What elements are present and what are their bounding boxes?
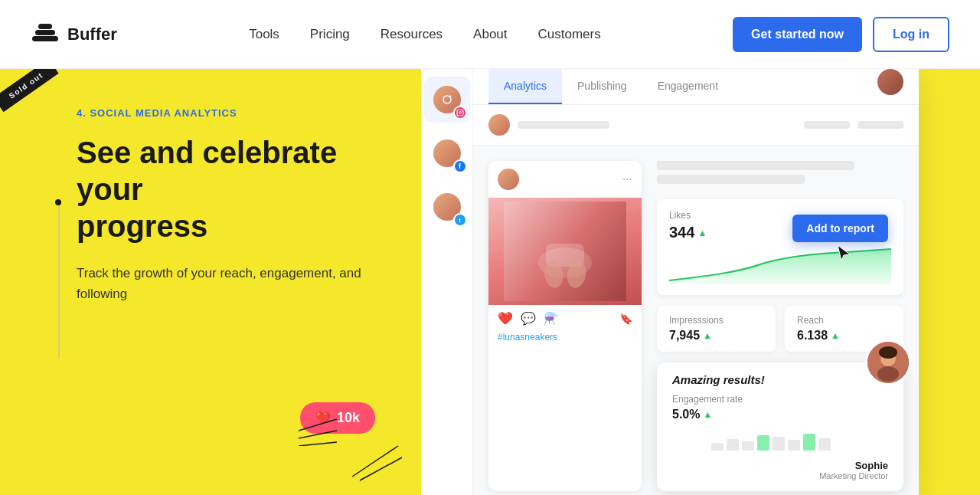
filter-icon[interactable]: ⚗️	[544, 311, 559, 326]
header-user-avatar	[488, 114, 510, 136]
svg-rect-23	[773, 437, 785, 451]
svg-rect-2	[38, 24, 52, 29]
section-label: 4. SOCIAL MEDIA ANALYTICS	[61, 107, 375, 119]
svg-point-10	[449, 96, 451, 97]
nav-customers[interactable]: Customers	[538, 27, 601, 42]
right-panel: f t Analytics Publishing Engagement	[421, 69, 980, 495]
reach-arrow: ▲	[831, 330, 840, 341]
like-icon[interactable]: ❤️	[498, 311, 513, 326]
nav-resources[interactable]: Resources	[381, 27, 443, 42]
svg-point-12	[459, 112, 461, 114]
post-hashtag: #lunasneakers	[488, 332, 642, 350]
svg-rect-24	[788, 440, 800, 451]
nav-pricing[interactable]: Pricing	[310, 27, 350, 42]
nav-about[interactable]: About	[473, 27, 507, 42]
svg-rect-26	[818, 438, 831, 451]
app-sidebar: f t	[421, 69, 473, 495]
tab-engagement[interactable]: Engagement	[642, 69, 733, 104]
main-content: Sold out 4. SOCIAL MEDIA ANALYTICS See a…	[0, 69, 980, 495]
post-actions: ❤️ 💬 ⚗️ 🔖	[488, 305, 642, 332]
amazing-title: Amazing results!	[672, 373, 888, 386]
impressions-card: Impresssions 7,945 ▲	[657, 306, 776, 352]
login-button[interactable]: Log in	[873, 17, 949, 52]
svg-line-3	[299, 419, 337, 431]
svg-point-8	[439, 91, 456, 108]
skeleton-rows	[657, 161, 903, 188]
engagement-arrow: ▲	[703, 409, 712, 420]
likes-card: Likes 344 ▲	[657, 199, 903, 295]
engagement-label: Engagement rate	[672, 394, 888, 405]
svg-rect-22	[757, 435, 769, 451]
get-started-button[interactable]: Get started now	[733, 17, 862, 52]
amazing-card: Amazing results! Engagement rate 5.0% ▲	[657, 362, 903, 491]
deco-dot	[55, 199, 61, 205]
post-user-avatar	[498, 169, 519, 190]
nav-actions: Get started now Log in	[733, 17, 949, 52]
ig-badge	[453, 106, 467, 120]
tw-badge: t	[453, 213, 467, 227]
yellow-bg-extension	[919, 69, 980, 495]
impressions-reach-row: Impresssions 7,945 ▲ Reach 6.138	[657, 306, 903, 352]
post-image-inner	[488, 198, 642, 305]
svg-rect-1	[35, 30, 55, 35]
add-to-report-button[interactable]: Add to report	[792, 215, 888, 242]
buffer-logo-icon	[31, 21, 60, 48]
sold-out-badge: Sold out	[0, 69, 59, 112]
svg-rect-20	[727, 439, 739, 451]
nav-tools[interactable]: Tools	[249, 27, 279, 42]
reach-label: Reach	[797, 315, 891, 326]
logo[interactable]: Buffer	[31, 21, 117, 48]
header-skeleton-2	[804, 121, 850, 129]
app-user-avatar	[877, 69, 903, 95]
header-skeleton-3	[858, 121, 903, 129]
section-description: Track the growth of your reach, engageme…	[61, 263, 375, 304]
tab-publishing[interactable]: Publishing	[562, 69, 642, 104]
svg-line-5	[299, 442, 337, 446]
svg-point-9	[443, 96, 451, 103]
engagement-inside: Engagement rate 5.0% ▲	[672, 394, 888, 454]
sophie-job-title: Marketing Director	[672, 471, 888, 480]
svg-point-13	[461, 111, 462, 112]
tab-analytics[interactable]: Analytics	[488, 69, 562, 104]
sidebar-account-tw[interactable]: t	[424, 184, 470, 230]
engagement-chart	[672, 428, 888, 454]
sophie-avatar	[865, 339, 911, 385]
comment-icon[interactable]: 💬	[521, 311, 536, 326]
svg-rect-11	[457, 110, 463, 116]
svg-rect-19	[711, 443, 724, 451]
reach-value: 6.138 ▲	[797, 329, 891, 343]
app-main: Analytics Publishing Engagement	[473, 69, 919, 495]
navbar: Buffer Tools Pricing Resources About Cus…	[0, 0, 980, 69]
svg-rect-25	[803, 434, 815, 451]
svg-point-29	[877, 366, 899, 382]
post-image	[488, 198, 642, 305]
sophie-name: Sophie	[672, 460, 888, 471]
analytics-data-panel: Likes 344 ▲	[642, 146, 919, 495]
likes-chart	[669, 246, 891, 284]
logo-text: Buffer	[67, 25, 117, 44]
likes-up-arrow: ▲	[697, 228, 707, 238]
bookmark-icon[interactable]: 🔖	[619, 313, 632, 325]
app-header-bar	[473, 105, 919, 146]
header-skeleton-1	[518, 121, 609, 129]
svg-rect-0	[32, 36, 58, 41]
sidebar-account-ig[interactable]	[424, 77, 470, 123]
app-top-tabs: Analytics Publishing Engagement	[473, 69, 919, 105]
post-card: ···	[488, 161, 642, 491]
post-card-header: ···	[488, 161, 642, 198]
likes-section: Likes 344 ▲	[657, 199, 903, 295]
app-content-area: ···	[473, 146, 919, 495]
skeleton-1	[657, 161, 854, 170]
svg-rect-21	[742, 441, 754, 451]
impressions-value: 7,945 ▲	[669, 329, 763, 343]
nav-links: Tools Pricing Resources About Customers	[249, 27, 601, 42]
engagement-value: 5.0% ▲	[672, 408, 888, 421]
app-mockup: f t Analytics Publishing Engagement	[421, 69, 919, 495]
cursor-icon	[836, 244, 851, 266]
svg-point-30	[879, 346, 897, 359]
section-heading: See and celebrate your progress	[61, 134, 375, 244]
amazing-section: Amazing results! Engagement rate 5.0% ▲	[657, 362, 903, 491]
sidebar-account-fb[interactable]: f	[424, 130, 470, 176]
post-options-icon[interactable]: ···	[622, 172, 632, 186]
impressions-arrow: ▲	[703, 330, 712, 341]
